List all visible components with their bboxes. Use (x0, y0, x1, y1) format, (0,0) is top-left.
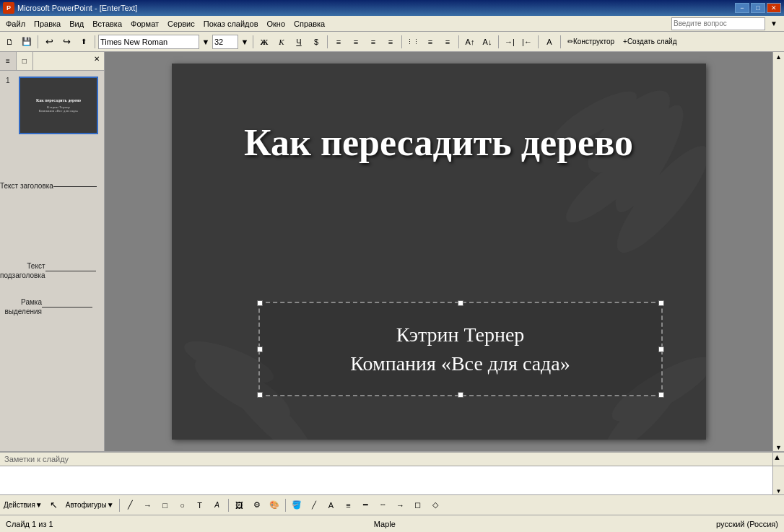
underline-button[interactable]: Ч (291, 34, 307, 50)
increase-font-button[interactable]: A↑ (462, 34, 478, 50)
slides-panel: ≡ □ ✕ 1 Как пересадить дерево Кэтрин Тер… (0, 52, 105, 451)
handle-bottom-middle[interactable] (458, 392, 463, 398)
panel-close-button[interactable]: ✕ (90, 52, 104, 70)
columns-button[interactable]: ⋮⋮ (405, 34, 421, 50)
slide-subtitle-box[interactable]: Кэтрин Тернер Компания «Все для сада» (258, 302, 663, 396)
thumb-content: Как пересадить дерево Кэтрин Тернер Комп… (36, 98, 81, 113)
status-bar: Слайд 1 из 1 Maple русский (Россия) (0, 515, 784, 532)
font-color-draw[interactable]: A (323, 497, 339, 513)
toolbar-sep9 (560, 35, 561, 48)
handle-top-right[interactable] (658, 300, 664, 306)
slide-subtitle-content: Кэтрин Тернер Компания «Все для сада» (260, 303, 661, 395)
notes-header: Заметки к слайду (0, 452, 772, 466)
insert-picture[interactable]: 🖼 (232, 497, 248, 513)
notes-scroll-down[interactable]: ▼ (776, 488, 782, 494)
drawing-toolbar: Действия▼ ↖ Автофигуры▼ ╱ → □ ○ T A 🖼 ⚙ … (0, 494, 784, 515)
font-dropdown[interactable]: ▼ (201, 34, 211, 50)
notes-scrollbar: ▼ (772, 466, 784, 494)
draw-line[interactable]: ╱ (123, 497, 139, 513)
autoshapes-dropdown[interactable]: Автофигуры▼ (64, 497, 116, 513)
subtitle-line1[interactable]: Кэтрин Тернер (396, 323, 525, 346)
menu-window[interactable]: Окно (263, 18, 290, 30)
menu-help[interactable]: Справка (289, 18, 329, 30)
undo-button[interactable]: ↩ (41, 34, 57, 50)
line-color[interactable]: ╱ (306, 497, 322, 513)
align-right-button[interactable]: ≡ (365, 34, 381, 50)
insert-clipart[interactable]: 🎨 (266, 497, 282, 513)
draw-ellipse[interactable]: ○ (175, 497, 191, 513)
line-style[interactable]: ━ (358, 497, 374, 513)
save-button[interactable]: 💾 (19, 34, 35, 50)
toolbar-sep6 (458, 35, 459, 48)
arrow-style[interactable]: → (393, 497, 409, 513)
3d-style[interactable]: ◇ (427, 497, 443, 513)
panel-tab-slides[interactable]: ≡ (0, 52, 17, 70)
italic-button[interactable]: К (274, 34, 289, 50)
notes-textarea[interactable] (0, 466, 772, 494)
panel-tab-outline[interactable]: □ (17, 52, 33, 70)
handle-middle-left[interactable] (257, 346, 263, 352)
thumb-sub2: Компания «Все для сада» (36, 109, 81, 113)
maximize-button[interactable]: □ (751, 3, 765, 13)
minimize-button[interactable]: − (735, 3, 749, 13)
menu-bar: Файл Правка Вид Вставка Формат Сервис По… (0, 16, 784, 32)
handle-top-middle[interactable] (458, 300, 463, 306)
redo-button[interactable]: ↪ (58, 34, 74, 50)
scroll-down-button[interactable]: ▼ (775, 444, 782, 451)
scroll-up-button[interactable]: ▲ (775, 53, 782, 61)
vertical-scrollbar[interactable]: ▲ ▼ (772, 52, 784, 451)
draw-rect[interactable]: □ (157, 497, 173, 513)
shadow-button[interactable]: $ (308, 34, 324, 50)
create-slide-button[interactable]: + Создать слайд (619, 34, 680, 50)
slide-title[interactable]: Как пересадить дерево (244, 122, 633, 163)
handle-middle-right[interactable] (658, 346, 664, 352)
font-size-selector[interactable] (212, 35, 238, 49)
insert-diagram[interactable]: ⚙ (249, 497, 265, 513)
align-left-button[interactable]: ≡ (331, 34, 347, 50)
menu-edit[interactable]: Правка (30, 18, 65, 30)
search-button[interactable]: ▼ (768, 17, 780, 30)
dash-style[interactable]: ╌ (375, 497, 391, 513)
indent-decrease[interactable]: |← (519, 34, 535, 50)
draw-wordart[interactable]: A (209, 497, 225, 513)
print-button[interactable]: ⬆ (76, 34, 92, 50)
search-input[interactable] (671, 17, 765, 30)
new-button[interactable]: 🗋 (1, 34, 17, 50)
handle-bottom-right[interactable] (658, 392, 664, 398)
bullets-button[interactable]: ≡ (422, 34, 438, 50)
draw-textbox[interactable]: T (192, 497, 208, 513)
slide-title-area: Как пересадить дерево (201, 121, 677, 164)
actions-dropdown[interactable]: Действия▼ (1, 497, 45, 513)
close-button[interactable]: ✕ (767, 3, 781, 13)
pointer-button[interactable]: ↖ (46, 497, 62, 513)
handle-bottom-left[interactable] (257, 392, 263, 398)
notes-scroll-up[interactable]: ▲ (772, 452, 784, 466)
menu-insert[interactable]: Вставка (88, 18, 126, 30)
font-selector[interactable] (98, 35, 199, 49)
handle-top-left[interactable] (257, 300, 263, 306)
font-color-button[interactable]: A (541, 34, 557, 50)
menu-slideshow[interactable]: Показ слайдов (199, 18, 263, 30)
fill-color[interactable]: 🪣 (289, 497, 305, 513)
align-center-button[interactable]: ≡ (348, 34, 364, 50)
draw-arrow[interactable]: → (140, 497, 156, 513)
notes-header-label: Заметки к слайду (4, 455, 69, 463)
slide-canvas[interactable]: Как пересадить дерево Кэтрин Тернер Комп… (172, 64, 706, 440)
outline-tab-icon: □ (22, 57, 27, 65)
toolbar-sep1 (38, 35, 38, 48)
bold-button[interactable]: Ж (256, 34, 272, 50)
decrease-font-button[interactable]: A↓ (479, 34, 495, 50)
menu-service[interactable]: Сервис (163, 18, 199, 30)
text-align-draw[interactable]: ≡ (341, 497, 357, 513)
menu-view[interactable]: Вид (65, 18, 88, 30)
indent-increase[interactable]: →| (502, 34, 518, 50)
numbering-button[interactable]: ≡ (440, 34, 456, 50)
shadow-style[interactable]: ◻ (410, 497, 426, 513)
slide-thumbnail-1[interactable]: Как пересадить дерево Кэтрин Тернер Комп… (19, 77, 98, 134)
menu-file[interactable]: Файл (1, 18, 30, 30)
menu-format[interactable]: Формат (126, 18, 163, 30)
subtitle-line2[interactable]: Компания «Все для сада» (350, 352, 570, 375)
size-dropdown[interactable]: ▼ (240, 34, 250, 50)
justify-button[interactable]: ≡ (383, 34, 398, 50)
designer-button[interactable]: ✏ Конструктор (564, 34, 618, 50)
